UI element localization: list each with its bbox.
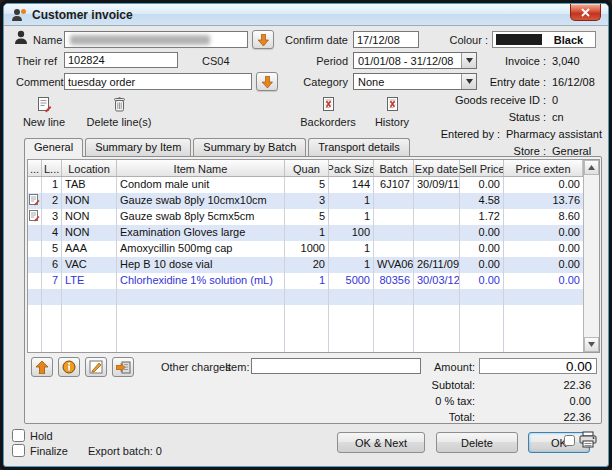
cell-ext: 8.60 xyxy=(504,209,583,225)
print-checkbox[interactable] xyxy=(564,435,575,446)
col-line[interactable]: L... xyxy=(42,160,62,176)
hold-checkbox[interactable] xyxy=(12,429,25,442)
cell-quan xyxy=(285,305,329,321)
table-row[interactable]: 5AAAAmoxycillin 500mg cap100010.000.00 xyxy=(28,241,583,257)
col-location[interactable]: Location xyxy=(62,160,117,176)
cell-exp xyxy=(414,209,460,225)
table-row[interactable]: 7LTEChlorhexidine 1% solution (mL)150008… xyxy=(28,273,583,289)
cell-pack: 5000 xyxy=(329,273,374,289)
table-row[interactable]: 2NONGauze swab 8ply 10cmx10cm314.5813.76 xyxy=(28,193,583,209)
cell-batch: 80356 xyxy=(374,273,414,289)
cell-location xyxy=(62,305,117,321)
cell-quan: 5 xyxy=(285,209,329,225)
finalize-label: Finalize xyxy=(30,445,68,457)
name-input[interactable] xyxy=(64,31,248,48)
table-row[interactable]: 4NONExamination Gloves large11000.000.00 xyxy=(28,225,583,241)
cell-line xyxy=(42,305,62,321)
printer-icon[interactable] xyxy=(578,431,598,449)
cell-exp xyxy=(414,193,460,209)
comment-label: Comment xyxy=(16,76,64,88)
cell-sell: 4.58 xyxy=(460,193,504,209)
tab-general[interactable]: General xyxy=(24,138,83,157)
name-lookup-button[interactable] xyxy=(252,30,274,49)
note-edit-button[interactable] xyxy=(85,357,107,377)
invoice-table-body: 1TABCondom male unit51446J10730/09/110.0… xyxy=(28,177,583,352)
cell-ext: 0.00 xyxy=(504,241,583,257)
cell-location: VAC xyxy=(62,257,117,273)
their-ref-label: Their ref xyxy=(16,55,57,67)
table-row[interactable]: 1TABCondom male unit51446J10730/09/110.0… xyxy=(28,177,583,193)
col-pack-size[interactable]: Pack Size xyxy=(329,160,374,176)
cell-ext xyxy=(504,337,583,352)
comment-input[interactable] xyxy=(64,73,252,90)
col-quan[interactable]: Quan xyxy=(285,160,329,176)
cell-batch xyxy=(374,305,414,321)
info-button[interactable] xyxy=(58,357,80,377)
tab-summary-by-item[interactable]: Summary by Item xyxy=(85,138,191,157)
their-ref-input[interactable] xyxy=(64,52,178,68)
category-label: Category xyxy=(276,76,348,88)
col-note[interactable]: ... xyxy=(28,160,42,176)
item-label: Item: xyxy=(225,361,249,373)
cell-batch: 6J107 xyxy=(374,177,414,193)
col-sell-price[interactable]: Sell Price xyxy=(460,160,504,176)
delete-button[interactable]: Delete xyxy=(436,432,518,453)
arrow-up-button[interactable] xyxy=(31,357,53,377)
cell-quan xyxy=(285,321,329,337)
subtotal-label: Subtotal: xyxy=(432,379,475,391)
cell-location: NON xyxy=(62,225,117,241)
delete-lines-button[interactable]: Delete line(s) xyxy=(78,96,160,128)
tab-summary-by-batch[interactable]: Summary by Batch xyxy=(193,138,306,157)
colour-button[interactable]: Black xyxy=(492,31,596,48)
comment-expand-button[interactable] xyxy=(256,72,278,91)
transfer-lines-button[interactable] xyxy=(112,357,134,377)
cell-location: LTE xyxy=(62,273,117,289)
cell-ext: 0.00 xyxy=(504,257,583,273)
table-row[interactable]: 3NONGauze swab 8ply 5cmx5cm511.728.60 xyxy=(28,209,583,225)
cell-sell: 0.00 xyxy=(460,257,504,273)
cell-location: AAA xyxy=(62,241,117,257)
cell-batch xyxy=(374,321,414,337)
cell-ext: 0.00 xyxy=(504,177,583,193)
period-label: Period xyxy=(276,55,348,67)
status-value: cn xyxy=(546,111,564,123)
scroll-up-icon[interactable] xyxy=(584,160,599,175)
col-item-name[interactable]: Item Name xyxy=(117,160,285,176)
invoice-label: Invoice : xyxy=(344,55,546,67)
cell-ext xyxy=(504,289,583,305)
hold-label: Hold xyxy=(30,430,53,442)
ok-next-button[interactable]: OK & Next xyxy=(337,432,425,453)
cell-location: NON xyxy=(62,209,117,225)
new-line-button[interactable]: New line xyxy=(8,96,80,128)
col-price-exten[interactable]: Price exten xyxy=(504,160,583,176)
cell-exp xyxy=(414,225,460,241)
tab-transport-details[interactable]: Transport details xyxy=(308,138,410,157)
export-batch-text: Export batch: 0 xyxy=(88,445,162,457)
table-row[interactable]: 6VACHep B 10 dose vial201WVA0602026/11/0… xyxy=(28,257,583,273)
amount-input[interactable] xyxy=(479,358,597,374)
backorders-label: Backorders xyxy=(292,116,364,128)
window-title: Customer invoice xyxy=(32,8,133,22)
history-button[interactable]: History xyxy=(356,96,428,128)
tab-bar: General Summary by Item Summary by Batch… xyxy=(24,138,412,157)
scroll-down-icon[interactable] xyxy=(584,337,599,352)
entered-by-value: Pharmacy assistant xyxy=(500,128,602,140)
cell-sell: 1.72 xyxy=(460,209,504,225)
close-button[interactable] xyxy=(570,4,601,21)
cell-note xyxy=(28,289,42,305)
other-charges-item-input[interactable] xyxy=(251,358,421,374)
goods-receive-id-value: 0 xyxy=(546,94,558,106)
dialog-content: Name Confirm date Colour : Black Their r… xyxy=(4,26,608,466)
confirm-date-input[interactable] xyxy=(353,31,419,48)
col-exp-date[interactable]: Exp date xyxy=(414,160,460,176)
finalize-checkbox[interactable] xyxy=(12,444,25,457)
col-batch[interactable]: Batch xyxy=(374,160,414,176)
name-value-redacted xyxy=(70,35,210,45)
cell-item: Examination Gloves large xyxy=(117,225,285,241)
backorders-button[interactable]: Backorders xyxy=(292,96,364,128)
cell-quan: 5 xyxy=(285,177,329,193)
table-scrollbar[interactable] xyxy=(583,160,599,352)
cell-sell xyxy=(460,321,504,337)
cell-sell: 0.00 xyxy=(460,225,504,241)
cell-item: Hep B 10 dose vial xyxy=(117,257,285,273)
